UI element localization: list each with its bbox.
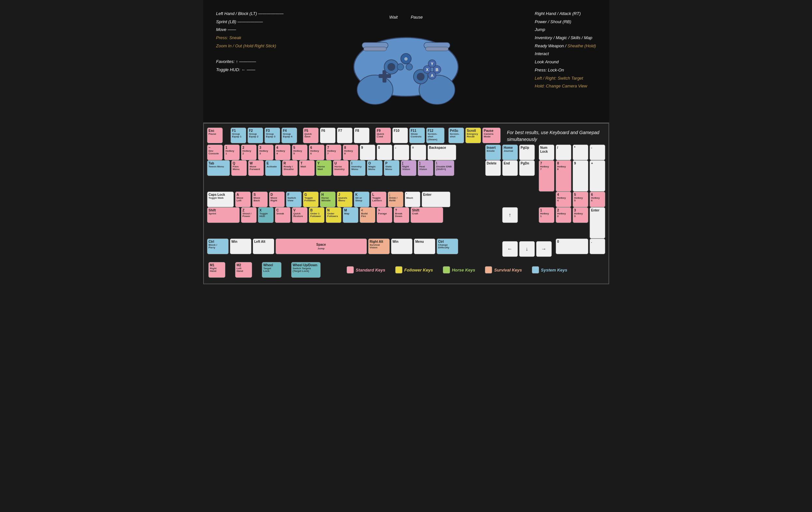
key-delete[interactable]: Delete: [485, 160, 501, 176]
key-arrow-up[interactable]: ↑: [502, 207, 518, 223]
key-shift-left[interactable]: Shift Sprint: [207, 207, 240, 223]
key-num4[interactable]: 4 Hotkey4: [556, 192, 571, 207]
key-win-left[interactable]: Win: [230, 239, 252, 254]
key-f5[interactable]: F5 QuickSave: [303, 128, 319, 143]
key-r[interactable]: R Ready /Sheathe: [282, 160, 298, 176]
key-f7[interactable]: F7: [337, 128, 352, 143]
key-quote[interactable]: ' Wash: [405, 192, 420, 207]
key-shift-right[interactable]: Shift Craft: [411, 207, 443, 223]
key-numstar[interactable]: *: [573, 144, 588, 160]
key-num5[interactable]: 5 Hotkey5: [573, 192, 588, 207]
key-numenter[interactable]: Enter: [589, 207, 605, 239]
key-pause[interactable]: Pause CameraMode: [482, 128, 500, 143]
key-f11[interactable]: F11 ShowControls: [409, 128, 425, 143]
key-arrow-left[interactable]: ←: [502, 241, 518, 257]
key-o[interactable]: O MagicMenu: [367, 160, 382, 176]
key-pgdn[interactable]: PgDn: [519, 160, 535, 176]
key-m1[interactable]: M1 RightHand: [208, 262, 225, 278]
key-q[interactable]: Q FavsMenu: [231, 160, 247, 176]
key-num6[interactable]: 6 Hotkey6: [589, 192, 605, 207]
key-num7[interactable]: 7 Hotkey7: [539, 160, 554, 192]
key-equals[interactable]: =: [411, 144, 426, 160]
key-pgup[interactable]: PgUp: [519, 144, 535, 160]
key-3[interactable]: 3 Hotkey3: [258, 144, 273, 160]
key-backtick[interactable]: ~ DevConsole: [207, 144, 223, 160]
key-i[interactable]: I InventryMenu: [350, 160, 366, 176]
key-6[interactable]: 6 Hotkey6: [309, 144, 324, 160]
key-esc[interactable]: Esc Pause: [207, 128, 223, 143]
key-s[interactable]: S MoveBack: [252, 192, 268, 207]
key-backspace[interactable]: Backspace: [428, 144, 456, 160]
key-scroll[interactable]: Scroll EmrgncyRecall: [465, 128, 481, 143]
key-space[interactable]: Space Jump: [276, 239, 367, 254]
key-period[interactable]: > Forage: [377, 207, 392, 223]
key-a[interactable]: A MoveLeft: [235, 192, 251, 207]
key-p[interactable]: P StatsMenu: [384, 160, 400, 176]
key-minus[interactable]: -: [394, 144, 409, 160]
key-numdot[interactable]: .: [589, 239, 605, 254]
key-y[interactable]: Y HorseWait: [316, 160, 332, 176]
key-d[interactable]: D MoveRight: [269, 192, 285, 207]
key-5[interactable]: 5 Hotkey5: [292, 144, 308, 160]
key-k[interactable]: K Sit orSleep: [354, 192, 370, 207]
key-f8[interactable]: F8: [354, 128, 370, 143]
key-wheelupdown[interactable]: Wheel Up/Down Switch Targets(Target Lock…: [291, 262, 321, 278]
key-f1[interactable]: F1 GroupEquip 1: [231, 128, 246, 143]
key-ctrl-left[interactable]: Ctrl Block /Parry: [207, 239, 229, 254]
key-num0[interactable]: 0: [556, 239, 588, 254]
key-f6[interactable]: F6: [320, 128, 336, 143]
key-enter[interactable]: Enter: [422, 192, 451, 207]
key-m2[interactable]: M2 LeftHand: [235, 262, 252, 278]
key-9[interactable]: 9: [360, 144, 375, 160]
key-numplus[interactable]: +: [589, 160, 605, 192]
key-alt-right[interactable]: Right Alt SurvivalVision: [368, 239, 390, 254]
key-7[interactable]: 7 Hotkey7: [326, 144, 342, 160]
key-numlock[interactable]: NumLock: [539, 144, 554, 160]
key-f4[interactable]: F4 GroupEquip 4: [282, 128, 297, 143]
key-num9[interactable]: 9: [573, 160, 588, 192]
key-v[interactable]: V QuickRestore: [292, 207, 308, 223]
key-win-right[interactable]: Win: [391, 239, 412, 254]
key-rbracket[interactable]: ] HeatVision: [418, 160, 433, 176]
key-1[interactable]: 1 Hotkey1: [224, 144, 240, 160]
key-alt-left[interactable]: Left Alt: [253, 239, 274, 254]
key-f9[interactable]: F9 QuickLoad: [375, 128, 391, 143]
key-tab[interactable]: Tab Tween Menu: [207, 160, 230, 176]
key-f2[interactable]: F2 GroupEquip 2: [248, 128, 263, 143]
key-lbracket[interactable]: [ NightVision: [401, 160, 416, 176]
key-numminus[interactable]: -: [589, 144, 605, 160]
key-w[interactable]: W MoveForward: [248, 160, 264, 176]
key-u[interactable]: U HorseInventry: [333, 160, 349, 176]
key-4[interactable]: 4 Hotkey4: [275, 144, 291, 160]
key-c[interactable]: C Sneak: [275, 207, 291, 223]
key-slash[interactable]: ? BreakDown: [394, 207, 409, 223]
key-j[interactable]: J QuestsMenu: [337, 192, 352, 207]
key-m[interactable]: M Map: [343, 207, 358, 223]
key-0[interactable]: 0: [377, 144, 392, 160]
key-backslash[interactable]: \ Disable ENB(Shift+\): [435, 160, 454, 176]
key-t[interactable]: T Wait: [299, 160, 315, 176]
key-menu[interactable]: Menu: [414, 239, 435, 254]
key-f3[interactable]: F3 GroupEquip 3: [264, 128, 280, 143]
key-insert[interactable]: Insert Emote: [485, 144, 501, 160]
key-num3[interactable]: 3 Hotkey3: [573, 207, 588, 223]
key-f[interactable]: F SwitchView: [286, 192, 302, 207]
key-g[interactable]: G ToggleFrmation: [303, 192, 319, 207]
key-8[interactable]: 8 Hotkey8: [343, 144, 358, 160]
key-h[interactable]: H HorseWhistle: [320, 192, 336, 207]
key-f10[interactable]: F10: [392, 128, 408, 143]
key-z[interactable]: Z Shout /Power: [241, 207, 257, 223]
key-arrow-right[interactable]: →: [536, 241, 552, 257]
key-b[interactable]: B Order 1Follower: [309, 207, 324, 223]
key-home[interactable]: Home Journal: [502, 144, 518, 160]
key-f12[interactable]: F12 Screen-shot(Steam): [426, 128, 444, 143]
key-2[interactable]: 2 Hotkey2: [241, 144, 257, 160]
key-num8[interactable]: 8 Hotkey8: [556, 160, 571, 192]
key-arrow-down[interactable]: ↓: [519, 241, 535, 257]
key-num1[interactable]: 1 Hotkey1: [539, 207, 554, 223]
key-e[interactable]: E Activate: [265, 160, 281, 176]
key-capslock[interactable]: Caps Lock Toggle Walk: [207, 192, 234, 207]
key-end[interactable]: End: [502, 160, 518, 176]
key-n[interactable]: N OrderFollowrs: [326, 207, 342, 223]
key-prtsc[interactable]: PrtSc Screen-shot: [448, 128, 464, 143]
